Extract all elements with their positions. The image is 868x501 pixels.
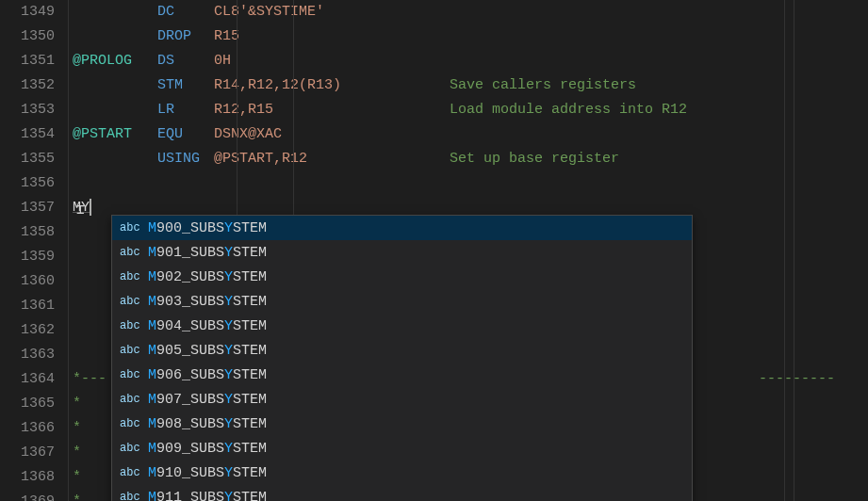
code-editor[interactable]: 1349135013511352135313541355135613571358… xyxy=(0,0,868,501)
line-number: 1357 xyxy=(0,196,55,220)
line-number: 1352 xyxy=(0,73,55,98)
autocomplete-item[interactable]: abcM905_SUBSYSTEM xyxy=(112,338,692,363)
line-number: 1349 xyxy=(0,0,55,24)
line-number: 1367 xyxy=(0,441,55,465)
autocomplete-label: M904_SUBSYSTEM xyxy=(148,318,267,334)
code-line[interactable]: USING@PSTART,R12Set up base register xyxy=(69,147,868,171)
code-line[interactable]: DROPR15 xyxy=(69,24,868,49)
asm-operand: R15 xyxy=(214,24,450,49)
autocomplete-label: M910_SUBSYSTEM xyxy=(148,465,267,481)
asm-opcode: EQU xyxy=(157,122,214,147)
line-number: 1353 xyxy=(0,98,55,122)
line-number: 1355 xyxy=(0,147,55,171)
code-text: * xyxy=(73,396,81,412)
line-number: 1363 xyxy=(0,343,55,367)
asm-opcode: DROP xyxy=(157,24,214,49)
word-icon: abc xyxy=(116,417,148,430)
separator-line-tail: --------- xyxy=(759,367,835,392)
code-line[interactable]: LRR12,R15Load module address into R12 xyxy=(69,98,868,122)
word-icon: abc xyxy=(116,319,148,332)
autocomplete-popup[interactable]: abcM900_SUBSYSTEMabcM901_SUBSYSTEMabcM90… xyxy=(111,215,693,501)
asm-opcode: LR xyxy=(157,98,214,122)
asm-comment: Save callers registers xyxy=(450,77,636,93)
line-number: 1354 xyxy=(0,122,55,147)
line-number: 1356 xyxy=(0,171,55,196)
word-icon: abc xyxy=(116,295,148,308)
word-icon: abc xyxy=(116,393,148,406)
autocomplete-label: M907_SUBSYSTEM xyxy=(148,392,267,408)
line-number: 1350 xyxy=(0,24,55,49)
autocomplete-item[interactable]: abcM903_SUBSYSTEM xyxy=(112,289,692,314)
line-number: 1364 xyxy=(0,367,55,392)
autocomplete-item[interactable]: abcM911_SUBSYSTEM xyxy=(112,485,692,501)
caret xyxy=(90,199,91,216)
autocomplete-label: M903_SUBSYSTEM xyxy=(148,294,267,310)
word-icon: abc xyxy=(116,442,148,455)
code-line[interactable]: STMR14,R12,12(R13)Save callers registers xyxy=(69,73,868,98)
autocomplete-label: M900_SUBSYSTEM xyxy=(148,220,267,236)
word-icon: abc xyxy=(116,466,148,479)
line-number: 1368 xyxy=(0,465,55,490)
autocomplete-item[interactable]: abcM909_SUBSYSTEM xyxy=(112,436,692,461)
code-text: * xyxy=(73,493,81,501)
line-number: 1362 xyxy=(0,318,55,343)
column-ruler xyxy=(784,0,785,501)
word-icon: abc xyxy=(116,246,148,259)
autocomplete-item[interactable]: abcM910_SUBSYSTEM xyxy=(112,461,692,485)
line-number: 1358 xyxy=(0,220,55,245)
line-number: 1359 xyxy=(0,245,55,269)
word-icon: abc xyxy=(116,270,148,283)
line-number: 1360 xyxy=(0,269,55,294)
asm-comment: Load module address into R12 xyxy=(450,102,687,118)
autocomplete-label: M911_SUBSYSTEM xyxy=(148,490,267,502)
autocomplete-item[interactable]: abcM904_SUBSYSTEM xyxy=(112,314,692,338)
line-number: 1366 xyxy=(0,416,55,441)
autocomplete-label: M902_SUBSYSTEM xyxy=(148,269,267,285)
code-line[interactable] xyxy=(69,171,868,196)
autocomplete-item[interactable]: abcM908_SUBSYSTEM xyxy=(112,412,692,436)
asm-operand: R12,R15 xyxy=(214,98,450,122)
asm-opcode: STM xyxy=(157,73,214,98)
code-line[interactable]: @PSTARTEQUDSNX@XAC xyxy=(69,122,868,147)
autocomplete-label: M905_SUBSYSTEM xyxy=(148,343,267,359)
asm-operand: 0H xyxy=(214,49,450,73)
asm-label: @PSTART xyxy=(73,122,157,147)
code-text: * xyxy=(73,444,81,461)
separator-line: *--- xyxy=(73,371,106,387)
asm-opcode: USING xyxy=(157,147,214,171)
code-text: * xyxy=(73,469,81,485)
code-line[interactable]: @PROLOGDS0H xyxy=(69,49,868,73)
code-text: * xyxy=(73,420,81,436)
autocomplete-item[interactable]: abcM907_SUBSYSTEM xyxy=(112,387,692,412)
column-ruler xyxy=(794,0,794,501)
autocomplete-item[interactable]: abcM906_SUBSYSTEM xyxy=(112,363,692,387)
autocomplete-item[interactable]: abcM900_SUBSYSTEM xyxy=(112,216,692,240)
line-number: 1351 xyxy=(0,49,55,73)
typed-text: MY xyxy=(73,200,90,216)
line-number: 1365 xyxy=(0,392,55,416)
autocomplete-item[interactable]: abcM901_SUBSYSTEM xyxy=(112,240,692,265)
autocomplete-label: M901_SUBSYSTEM xyxy=(148,245,267,261)
autocomplete-label: M908_SUBSYSTEM xyxy=(148,416,267,432)
code-line[interactable]: DCCL8'&SYSTIME' xyxy=(69,0,868,24)
asm-opcode: DC xyxy=(157,0,214,24)
line-number-gutter: 1349135013511352135313541355135613571358… xyxy=(0,0,68,501)
asm-operand: CL8'&SYSTIME' xyxy=(214,0,450,24)
line-number: 1361 xyxy=(0,294,55,318)
word-icon: abc xyxy=(116,491,148,501)
word-icon: abc xyxy=(116,368,148,381)
asm-operand: R14,R12,12(R13) xyxy=(214,73,450,98)
asm-operand: DSNX@XAC xyxy=(214,122,450,147)
autocomplete-label: M906_SUBSYSTEM xyxy=(148,367,267,383)
word-icon: abc xyxy=(116,221,148,234)
word-icon: abc xyxy=(116,344,148,357)
asm-operand: @PSTART,R12 xyxy=(214,147,450,171)
line-number: 1369 xyxy=(0,490,55,501)
autocomplete-label: M909_SUBSYSTEM xyxy=(148,441,267,457)
autocomplete-item[interactable]: abcM902_SUBSYSTEM xyxy=(112,265,692,289)
asm-label: @PROLOG xyxy=(73,49,157,73)
asm-comment: Set up base register xyxy=(450,151,619,167)
asm-opcode: DS xyxy=(157,49,214,73)
